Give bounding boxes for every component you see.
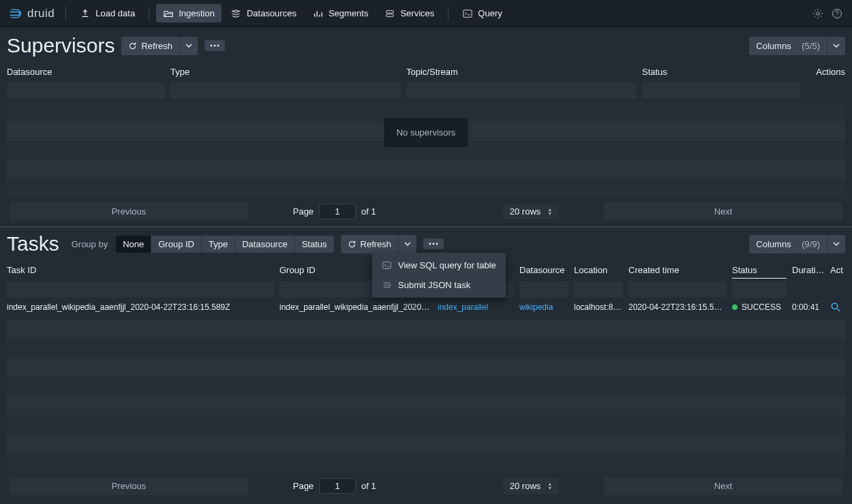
supervisors-more-button[interactable] bbox=[204, 40, 225, 51]
filter-created[interactable] bbox=[628, 281, 727, 298]
nav-services[interactable]: Services bbox=[378, 4, 441, 22]
nav-ingestion[interactable]: Ingestion bbox=[156, 4, 222, 22]
tasks-more-button[interactable] bbox=[423, 238, 444, 249]
columns-caret-button[interactable] bbox=[827, 37, 845, 55]
groupby-label: Group by bbox=[72, 239, 108, 249]
rows-select[interactable]: 20 rows ▲▼ bbox=[503, 204, 559, 219]
nav-label: Ingestion bbox=[179, 8, 215, 18]
columns-button[interactable]: Columns (5/5) bbox=[749, 37, 827, 55]
nav-label: Query bbox=[478, 8, 502, 18]
supervisors-pager: Previous Page of 1 20 rows ▲▼ Next bbox=[7, 198, 845, 225]
tasks-more-popover: View SQL query for table Submit JSON tas… bbox=[372, 253, 506, 298]
col-datasource[interactable]: Datasource bbox=[7, 64, 165, 80]
rows-label: 20 rows bbox=[510, 481, 541, 491]
settings-button[interactable] bbox=[810, 5, 826, 22]
chevron-down-icon bbox=[185, 42, 192, 49]
prev-button[interactable]: Previous bbox=[10, 202, 248, 221]
cell-status[interactable]: SUCCESS↗ bbox=[732, 302, 787, 312]
svg-point-12 bbox=[832, 303, 837, 309]
filter-type[interactable] bbox=[170, 82, 401, 99]
groupby-pills: None Group ID Type Datasource Status bbox=[116, 236, 333, 253]
nav-segments[interactable]: Segments bbox=[306, 4, 376, 22]
col-datasource[interactable]: Datasource bbox=[519, 262, 568, 279]
cell-datasource[interactable]: wikipedia bbox=[519, 302, 568, 312]
supervisors-title: Supervisors bbox=[7, 34, 115, 57]
gear-icon bbox=[812, 8, 823, 19]
server-icon bbox=[384, 8, 395, 18]
table-row: index_parallel_wikipedia_aaenfjjl_2020-0… bbox=[7, 298, 845, 316]
nav-label: Services bbox=[400, 8, 434, 18]
refresh-button[interactable]: Refresh bbox=[341, 235, 399, 253]
page-input[interactable] bbox=[319, 204, 356, 219]
col-actions: Actions bbox=[806, 64, 845, 80]
refresh-icon bbox=[128, 42, 137, 50]
supervisors-empty: No supervisors bbox=[384, 118, 468, 147]
menu-label: Submit JSON task bbox=[398, 280, 470, 290]
nav-datasources[interactable]: Datasources bbox=[224, 4, 303, 22]
refresh-caret-button[interactable] bbox=[398, 235, 416, 253]
sort-arrows-icon: ▲▼ bbox=[547, 208, 552, 216]
nav-label: Datasources bbox=[247, 8, 296, 18]
cell-taskid[interactable]: index_parallel_wikipedia_aaenfjjl_2020-0… bbox=[7, 302, 274, 312]
brand-text: druid bbox=[27, 7, 55, 20]
supervisors-header: Supervisors Refresh Columns (5/5) bbox=[0, 27, 852, 61]
chevron-down-icon bbox=[833, 240, 840, 247]
col-location[interactable]: Location bbox=[574, 262, 623, 279]
page-input[interactable] bbox=[319, 478, 356, 494]
terminal-icon bbox=[462, 8, 472, 18]
col-topic[interactable]: Topic/Stream bbox=[406, 64, 637, 80]
columns-caret-button[interactable] bbox=[827, 235, 845, 253]
nav-load-data[interactable]: Load data bbox=[73, 4, 142, 22]
cell-location: localhost:81… bbox=[574, 302, 623, 312]
col-created[interactable]: Created time bbox=[628, 262, 727, 279]
help-button[interactable] bbox=[829, 5, 845, 22]
filter-status[interactable] bbox=[642, 82, 800, 99]
magnifier-icon bbox=[830, 302, 844, 312]
filter-status[interactable] bbox=[732, 281, 787, 298]
col-status[interactable]: Status bbox=[732, 262, 787, 279]
col-duration[interactable]: Duration bbox=[792, 262, 825, 279]
svg-point-8 bbox=[429, 243, 431, 245]
filter-taskid[interactable] bbox=[7, 281, 274, 298]
menu-submit-json[interactable]: Submit JSON task bbox=[372, 275, 506, 295]
nav-query[interactable]: Query bbox=[455, 4, 508, 22]
menu-view-sql[interactable]: View SQL query for table bbox=[372, 255, 506, 275]
filter-datasource[interactable] bbox=[519, 281, 568, 298]
brand-logo[interactable]: druid bbox=[7, 7, 59, 20]
groupby-type[interactable]: Type bbox=[202, 236, 235, 253]
filter-location[interactable] bbox=[574, 281, 623, 298]
rows-select[interactable]: 20 rows ▲▼ bbox=[503, 478, 559, 494]
groupby-groupid[interactable]: Group ID bbox=[151, 236, 202, 253]
col-taskid[interactable]: Task ID bbox=[7, 262, 274, 279]
upload-icon bbox=[80, 8, 90, 18]
nav-divider bbox=[65, 6, 66, 21]
cell-duration: 0:00:41 bbox=[792, 302, 825, 312]
groupby-datasource[interactable]: Datasource bbox=[235, 236, 294, 253]
svg-point-6 bbox=[214, 45, 216, 47]
filter-datasource[interactable] bbox=[7, 82, 165, 99]
refresh-button[interactable]: Refresh bbox=[121, 37, 179, 55]
cell-groupid[interactable]: index_parallel_wikipedia_aaenfjjl_2020-0… bbox=[279, 302, 432, 312]
refresh-caret-button[interactable] bbox=[179, 37, 198, 55]
refresh-label: Refresh bbox=[141, 41, 172, 51]
tasks-title: Tasks bbox=[7, 232, 59, 255]
tasks-columns-group: Columns (9/9) bbox=[749, 235, 845, 253]
supervisors-columns-group: Columns (5/5) bbox=[749, 37, 845, 55]
cell-created: 2020-04-22T23:16:15.598Z bbox=[628, 302, 727, 312]
col-type[interactable]: Type bbox=[170, 64, 401, 80]
prev-button[interactable]: Previous bbox=[10, 477, 248, 495]
nav-divider bbox=[149, 6, 149, 21]
next-button[interactable]: Next bbox=[604, 477, 842, 495]
col-status[interactable]: Status bbox=[642, 64, 800, 80]
columns-button[interactable]: Columns (9/9) bbox=[749, 235, 827, 253]
row-action-inspect[interactable] bbox=[830, 302, 844, 312]
columns-count: (5/5) bbox=[802, 41, 820, 51]
rows-label: 20 rows bbox=[510, 206, 541, 217]
next-button[interactable]: Next bbox=[604, 202, 842, 221]
svg-rect-0 bbox=[386, 10, 394, 13]
columns-label: Columns bbox=[756, 41, 791, 51]
groupby-status[interactable]: Status bbox=[295, 236, 334, 253]
groupby-none[interactable]: None bbox=[116, 236, 151, 253]
cell-type[interactable]: index_parallel bbox=[438, 302, 514, 312]
filter-topic[interactable] bbox=[406, 82, 637, 99]
